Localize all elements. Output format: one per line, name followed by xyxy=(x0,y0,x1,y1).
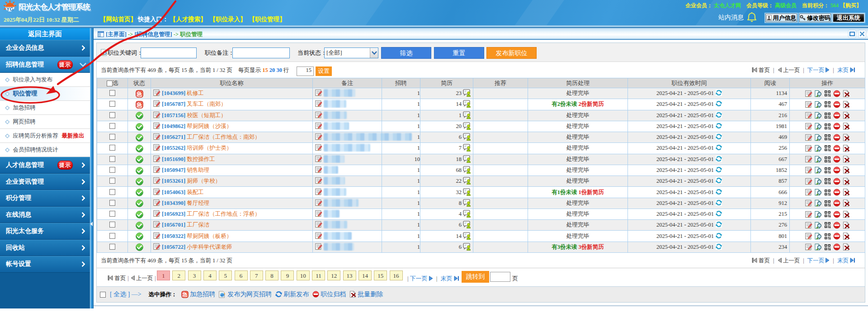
svg-text:YG: YG xyxy=(6,6,14,12)
svg-text:急: 急 xyxy=(136,91,142,97)
svg-text:急: 急 xyxy=(182,292,188,297)
svg-text:急: 急 xyxy=(136,102,142,108)
